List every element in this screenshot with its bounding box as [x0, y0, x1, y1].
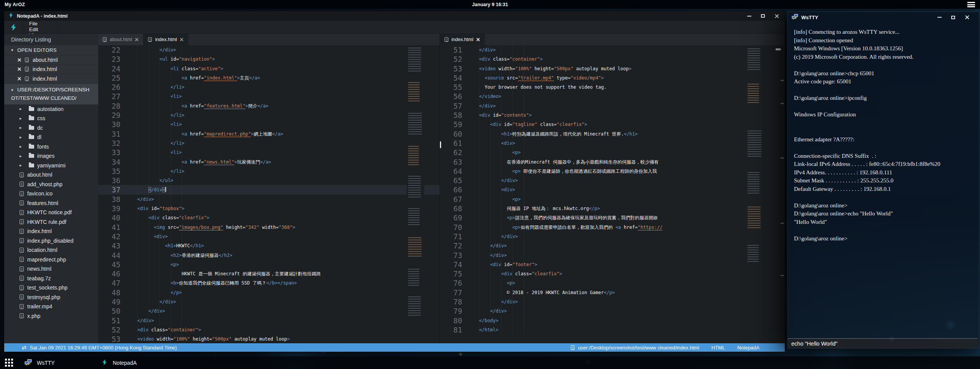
tree-entry[interactable]: test_sockets.php: [4, 283, 98, 293]
maximize-button[interactable]: [760, 13, 766, 19]
code-line[interactable]: 72 </div>: [440, 241, 785, 250]
tree-entry[interactable]: ▸ yamiyamimi: [4, 161, 98, 170]
chevron-right-icon[interactable]: ▸: [20, 144, 26, 149]
taskbar-app-notepada[interactable]: NotepadA: [90, 356, 166, 369]
code-line[interactable]: 34 <a href="news.html">玩家傳送門</a>: [98, 157, 440, 167]
notepada-titlebar[interactable]: NotepadA - index.html: [4, 11, 785, 21]
code-line[interactable]: 76 <p>: [440, 278, 785, 288]
code-line[interactable]: 46 HKWTC 是一個 Minecraft 的建築伺服器，主要建築計劃包括鐵路: [98, 269, 440, 278]
code-line[interactable]: 52 <div class="container">: [440, 55, 785, 64]
menu-item[interactable]: File: [23, 21, 58, 26]
code-line[interactable]: 67 <p>: [440, 195, 785, 204]
tree-entry[interactable]: teabag.7z: [4, 274, 98, 283]
chevron-right-icon[interactable]: ▸: [20, 116, 26, 121]
code-line[interactable]: 29 </li>: [98, 111, 440, 120]
tree-entry[interactable]: ▸ dl: [4, 132, 98, 142]
code-line[interactable]: 28 <a href="features.html">簡介</a>: [98, 101, 440, 111]
app-grid-icon[interactable]: [5, 359, 13, 367]
taskbar-app-wstty[interactable]: WsTTY: [13, 356, 90, 369]
code-line[interactable]: 22 </div>: [98, 45, 440, 55]
editor-tab[interactable]: about.html: [98, 34, 143, 45]
tree-entry[interactable]: x.php: [4, 311, 98, 321]
close-tab-icon[interactable]: [476, 38, 480, 41]
chevron-right-icon[interactable]: ▸: [20, 125, 26, 130]
code-line[interactable]: 45 <p>: [98, 260, 440, 269]
tree-root-header[interactable]: ▾USER:/DESKTOP/SCREENSHOT/TEST/WWW CLEAN…: [4, 84, 98, 104]
minimap[interactable]: [746, 45, 764, 343]
code-line[interactable]: 61 <div>: [440, 139, 785, 148]
code-line[interactable]: 81 </html>: [440, 325, 785, 334]
tree-entry[interactable]: about.html: [4, 170, 98, 180]
code-line[interactable]: 80 </body>: [440, 316, 785, 325]
tree-entry[interactable]: favicon.ico: [4, 189, 98, 199]
code-line[interactable]: 68 伺服器 IP 地址為： mcs.hkwtc.org</p>: [440, 204, 785, 213]
close-button[interactable]: [774, 13, 779, 19]
code-line[interactable]: 44 <h2>香港的建築伺服器</h2>: [98, 251, 440, 260]
code-line[interactable]: 38 </div>: [98, 195, 440, 204]
maximize-button[interactable]: [950, 15, 956, 20]
code-line[interactable]: 57 </div>: [440, 101, 785, 111]
tree-entry[interactable]: news.html: [4, 264, 98, 274]
close-editor-icon[interactable]: [18, 68, 21, 71]
code-line[interactable]: 40 <div class="clearfix">: [98, 213, 440, 222]
tree-entry[interactable]: HKWTC rule.pdf: [4, 217, 98, 227]
code-line[interactable]: 60 <h1>特別為建築及鐵路而設，現代化的 Minecraft 世界.</h1…: [440, 129, 785, 139]
code-line[interactable]: 53 <video width="100%" height="500px" au…: [440, 64, 785, 73]
menu-item[interactable]: Edit: [23, 26, 58, 32]
code-line[interactable]: 73 </div>: [440, 251, 785, 260]
tree-entry[interactable]: trailer.mp4: [4, 302, 98, 311]
minimize-button[interactable]: [937, 15, 942, 20]
code-line[interactable]: 65 </div>: [440, 176, 785, 185]
system-brand[interactable]: My ArOZ: [5, 2, 25, 7]
statusbar-filepath[interactable]: user:/Desktop/screenshot/test/www cleane…: [578, 345, 699, 351]
tree-entry[interactable]: index.html: [4, 227, 98, 236]
pane-splitter-handle[interactable]: [440, 141, 441, 148]
tree-entry[interactable]: ▸ dc: [4, 123, 98, 133]
chevron-right-icon[interactable]: ▸: [20, 135, 26, 140]
code-line[interactable]: 52 <div class="container">: [98, 325, 440, 334]
open-editors-header[interactable]: ▾ OPEN EDITORS: [4, 45, 98, 55]
close-tab-icon[interactable]: [135, 38, 138, 41]
chevron-right-icon[interactable]: ▸: [20, 154, 26, 159]
statusbar-language[interactable]: HTML: [712, 345, 725, 351]
tree-entry[interactable]: testmysql.php: [4, 293, 98, 302]
code-line[interactable]: 32 </li>: [98, 139, 440, 148]
terminal-output[interactable]: [info] Conencting to arozos WsTTY servic…: [788, 23, 979, 243]
tree-entry[interactable]: HKWTC notice.pdf: [4, 208, 98, 217]
code-editor-right[interactable]: 51 </div> 52 <div class="container">: [440, 45, 785, 343]
code-line[interactable]: 49 </div>: [98, 297, 440, 306]
chevron-right-icon[interactable]: ▸: [20, 163, 26, 168]
code-line[interactable]: 36 </ul>: [98, 176, 440, 185]
code-line[interactable]: 77 © 2018 - 2019 HKWTC Animation Gamer</…: [440, 288, 785, 297]
code-line[interactable]: 23 <ul id="navigation">: [98, 55, 440, 64]
code-line[interactable]: 50 </div>: [98, 306, 440, 316]
code-line[interactable]: 62 <p>: [440, 148, 785, 157]
open-editor-item[interactable]: index.html: [4, 65, 98, 74]
tree-entry[interactable]: ▸ images: [4, 151, 98, 161]
tree-entry[interactable]: location.html: [4, 245, 98, 255]
code-line[interactable]: 63 在香港的Minecraft 伺服器中，多為小遊戲和純生存的伺服器，較少擁有: [440, 157, 785, 167]
tree-entry[interactable]: mapredirect.php: [4, 255, 98, 265]
code-editor-left[interactable]: 22 </div> 23 <ul id="navigation">: [98, 45, 440, 343]
code-line[interactable]: 58 <div id="contents">: [440, 111, 785, 120]
code-line[interactable]: 51 </div>: [98, 316, 440, 325]
code-line[interactable]: 24 <li class="active">: [98, 64, 440, 73]
code-line[interactable]: 30 <li>: [98, 120, 440, 129]
code-line[interactable]: 31 <a href="mapredirect.php">網上地圖</a>: [98, 129, 440, 139]
editor-tab[interactable]: index.html: [440, 34, 485, 45]
code-line[interactable]: 27 <li>: [98, 92, 440, 101]
scrollbar-handle[interactable]: [776, 48, 781, 50]
code-line[interactable]: 41 <img src="images/box.png" height="342…: [98, 223, 440, 232]
code-line[interactable]: 48 </p>: [98, 288, 440, 297]
wstty-titlebar[interactable]: WsTTY: [788, 12, 979, 23]
code-line[interactable]: 25 <a href="index.html">主頁</a>: [98, 73, 440, 83]
close-editor-icon[interactable]: [18, 77, 21, 80]
code-line[interactable]: 37 </div>: [98, 185, 440, 194]
tree-entry[interactable]: ▸ autostation: [4, 104, 98, 114]
code-line[interactable]: 79 </div>: [440, 306, 785, 316]
code-line[interactable]: 42 <div>: [98, 232, 440, 241]
code-line[interactable]: 74 <div id="footer">: [440, 260, 785, 269]
open-editor-item[interactable]: about.html: [4, 55, 98, 65]
tree-entry[interactable]: add_vhost.php: [4, 180, 98, 189]
code-line[interactable]: 43 <h1>HKWTC</h1>: [98, 241, 440, 250]
